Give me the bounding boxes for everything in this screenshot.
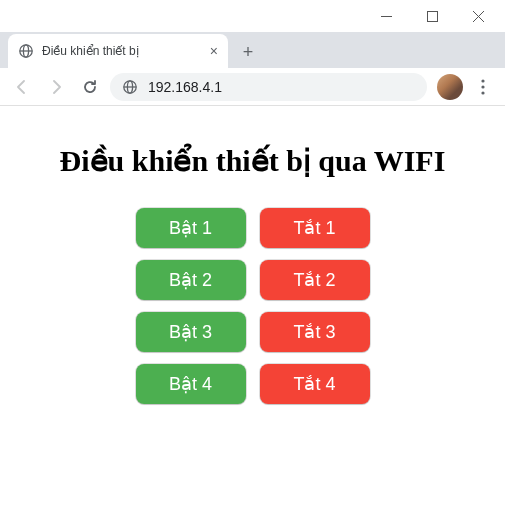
site-info-icon[interactable] [122, 79, 138, 95]
address-bar[interactable]: 192.168.4.1 [110, 73, 427, 101]
browser-tab[interactable]: Điều khiển thiết bị × [8, 34, 228, 68]
svg-rect-0 [381, 16, 392, 17]
address-text: 192.168.4.1 [148, 79, 222, 95]
window-controls [0, 0, 505, 32]
close-window-icon[interactable] [455, 0, 501, 32]
device-2-on-button[interactable]: Bật 2 [136, 260, 246, 300]
back-icon[interactable] [8, 73, 36, 101]
device-2-off-button[interactable]: Tắt 2 [260, 260, 370, 300]
maximize-icon[interactable] [409, 0, 455, 32]
new-tab-button[interactable]: + [234, 38, 262, 66]
svg-point-10 [481, 91, 484, 94]
minimize-icon[interactable] [363, 0, 409, 32]
page-title: Điều khiển thiết bị qua WIFI [20, 142, 485, 180]
tab-strip: Điều khiển thiết bị × + [0, 32, 505, 68]
forward-icon[interactable] [42, 73, 70, 101]
device-4-on-button[interactable]: Bật 4 [136, 364, 246, 404]
reload-icon[interactable] [76, 73, 104, 101]
browser-toolbar: 192.168.4.1 [0, 68, 505, 106]
device-3-on-button[interactable]: Bật 3 [136, 312, 246, 352]
svg-rect-1 [427, 11, 437, 21]
avatar[interactable] [437, 74, 463, 100]
svg-point-8 [481, 79, 484, 82]
device-1-off-button[interactable]: Tắt 1 [260, 208, 370, 248]
page-content: Điều khiển thiết bị qua WIFI Bật 1 Tắt 1… [0, 106, 505, 404]
svg-point-9 [481, 85, 484, 88]
tab-title: Điều khiển thiết bị [42, 44, 202, 58]
kebab-menu-icon[interactable] [469, 79, 497, 95]
tab-close-icon[interactable]: × [210, 43, 218, 59]
globe-icon [18, 43, 34, 59]
device-3-off-button[interactable]: Tắt 3 [260, 312, 370, 352]
button-grid: Bật 1 Tắt 1 Bật 2 Tắt 2 Bật 3 Tắt 3 Bật … [20, 208, 485, 404]
device-1-on-button[interactable]: Bật 1 [136, 208, 246, 248]
device-4-off-button[interactable]: Tắt 4 [260, 364, 370, 404]
